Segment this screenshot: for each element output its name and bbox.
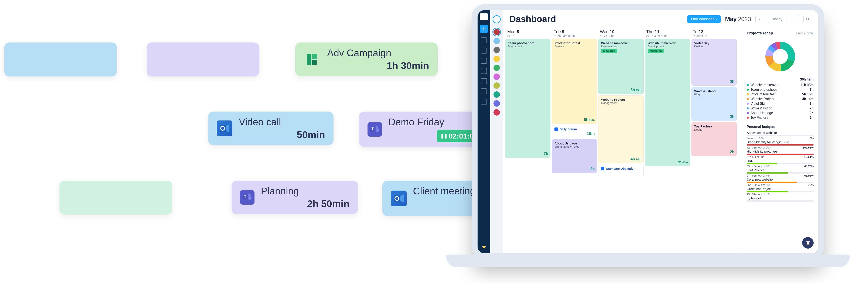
nav-list-icon[interactable] xyxy=(481,48,487,54)
project-dot[interactable] xyxy=(494,100,500,107)
nav-folder-icon[interactable] xyxy=(481,58,487,64)
budget-row[interactable]: R&D35h 48m out of 80h44.75% xyxy=(747,159,814,168)
app-logo-icon[interactable] xyxy=(480,13,488,21)
nav-chart-icon[interactable] xyxy=(481,78,487,84)
calendar-event[interactable]: Toy FactoryDebug2h xyxy=(691,122,737,156)
avatar[interactable] xyxy=(493,15,501,23)
page-title: Dashboard xyxy=(509,14,556,24)
budget-row[interactable]: Leaf Project27h 52m out of 45h61.93% xyxy=(747,168,814,177)
budget-row[interactable]: try budget xyxy=(747,196,814,202)
calendar: Mon 87hTue 97h 03m of 8hWed 107h 39mThu … xyxy=(503,28,742,253)
card-demo-friday[interactable]: T Demo Friday 02:01:08 xyxy=(359,112,491,147)
legend-row: Toy Factory2h xyxy=(747,116,814,120)
calendar-event[interactable]: Website makeoverDevelopmentMockups7h 40m xyxy=(645,39,690,166)
calendar-event[interactable]: Team photoshootPhotoshoot7h xyxy=(505,39,550,158)
calendar-event[interactable]: Product tour testGeneral5h 15m xyxy=(552,39,597,124)
add-button[interactable]: + xyxy=(480,25,488,33)
card-duration: 2h 50min xyxy=(261,198,349,210)
teams-icon: T xyxy=(368,122,382,136)
pause-icon xyxy=(441,132,446,140)
recap-period: Last 7 days xyxy=(796,31,814,35)
calendar-event[interactable]: Stampare Obbiettiv… xyxy=(598,165,644,178)
budgets-heading: Personal budgets xyxy=(747,123,814,129)
card-duration: 50min xyxy=(239,129,325,140)
outlook-icon xyxy=(391,191,407,206)
next-button[interactable]: › xyxy=(791,15,799,23)
calendar-event[interactable]: About Us pageBrand Identity · Blog2h xyxy=(552,139,597,173)
project-dot[interactable] xyxy=(494,83,500,89)
nav-calendar-icon[interactable] xyxy=(481,37,487,43)
svg-rect-0 xyxy=(307,54,311,65)
svg-rect-2 xyxy=(312,60,317,65)
calendar-event[interactable]: Violet SkyDesign3h xyxy=(691,39,737,86)
svg-rect-12 xyxy=(248,196,251,200)
card-video-call[interactable]: Video call 50min xyxy=(208,112,334,145)
outlook-icon xyxy=(217,121,232,136)
project-dot[interactable] xyxy=(494,38,500,44)
day-header: Fri 123h of 8h xyxy=(690,28,737,39)
calendar-event[interactable]: Wave & IslandBlog2h xyxy=(691,87,737,121)
card-title: Video call xyxy=(239,116,325,128)
card-title: Planning xyxy=(261,185,349,197)
calendar-event[interactable]: Daily Scrum15m xyxy=(552,125,597,138)
svg-point-11 xyxy=(248,194,251,196)
calendar-event[interactable]: Website makeoverDevelopmentMockups3h 25m xyxy=(598,39,644,94)
svg-point-7 xyxy=(376,126,378,128)
project-dot[interactable] xyxy=(494,91,500,98)
calendar-event[interactable]: Website ProjectManagement4h 14m xyxy=(598,95,644,163)
planner-icon xyxy=(304,51,321,68)
budget-row[interactable]: High-fidelity prototype67h out of 50h134… xyxy=(747,150,814,158)
laptop-mock: + ★ Dashboard Link calendar xyxy=(472,4,824,259)
today-button[interactable]: Today xyxy=(768,15,786,23)
day-column: Website makeoverDevelopmentMockups3h 25m… xyxy=(598,39,644,178)
legend-row: Violet Sky3h xyxy=(747,102,814,105)
legend-row: About Us page2h xyxy=(747,111,814,115)
nav-rail: + ★ xyxy=(477,10,490,253)
legend-row: Wave & Island2h xyxy=(747,106,814,110)
topbar: Dashboard Link calendar May2023 ‹ Today … xyxy=(503,10,818,28)
blank-card-lilac xyxy=(147,42,259,76)
legend-row: Website makeover11h 05m xyxy=(747,83,814,87)
budget-row[interactable]: Brand Identity for Veggie Burg72h 31m ou… xyxy=(747,140,814,149)
budget-row[interactable]: Greenleaf Project25h 59m out of 42h xyxy=(747,187,814,196)
svg-text:T: T xyxy=(244,195,246,199)
nav-team-icon[interactable] xyxy=(481,88,487,94)
month-label: May2023 xyxy=(725,16,751,23)
recap-panel: Projects recap Last 7 days 36h 49m Websi… xyxy=(742,28,818,253)
day-header: Tue 97h 03m of 8h xyxy=(552,28,598,39)
project-dot[interactable] xyxy=(494,65,500,71)
legend-row: Product tour test5h 15m xyxy=(747,92,814,96)
blank-card-blue xyxy=(4,42,117,76)
blank-card-mint xyxy=(60,181,172,215)
day-header: Mon 87h xyxy=(505,28,552,39)
prev-button[interactable]: ‹ xyxy=(755,15,764,23)
project-dot[interactable] xyxy=(494,109,500,116)
card-duration: 1h 30min xyxy=(327,60,429,71)
day-header: Wed 107h 39m xyxy=(598,28,644,39)
card-title: Demo Friday xyxy=(388,116,482,128)
card-planning[interactable]: T Planning 2h 50min xyxy=(231,181,358,214)
budget-row[interactable]: An awesome website0m out of 68h0% xyxy=(747,131,814,140)
nav-settings-icon[interactable] xyxy=(481,99,487,104)
svg-text:T: T xyxy=(372,127,374,131)
recap-total: 36h 49m xyxy=(747,77,814,82)
svg-rect-8 xyxy=(376,128,379,132)
svg-rect-1 xyxy=(312,54,317,59)
project-dot[interactable] xyxy=(494,29,500,35)
settings-button[interactable]: ⚙ xyxy=(803,15,812,23)
card-title: Adv Campaign xyxy=(327,47,429,59)
help-fab[interactable]: ▣ xyxy=(802,237,814,249)
recap-donut-chart xyxy=(762,38,798,74)
project-dot[interactable] xyxy=(494,73,500,80)
project-dot[interactable] xyxy=(494,56,500,62)
card-adv-campaign[interactable]: Adv Campaign 1h 30min xyxy=(295,42,438,76)
star-icon[interactable]: ★ xyxy=(482,244,487,250)
link-calendar-button[interactable]: Link calendar xyxy=(687,15,721,23)
legend-row: Team photoshoot7h xyxy=(747,88,814,92)
day-header: Thu 117h 40m of 8h xyxy=(644,28,690,39)
recap-title: Projects recap xyxy=(747,31,773,35)
project-dot[interactable] xyxy=(494,47,500,53)
nav-reports-icon[interactable] xyxy=(481,68,487,74)
budget-row[interactable]: Coral new website26h 15m out of 35h75% xyxy=(747,178,814,187)
teams-icon: T xyxy=(240,190,254,205)
